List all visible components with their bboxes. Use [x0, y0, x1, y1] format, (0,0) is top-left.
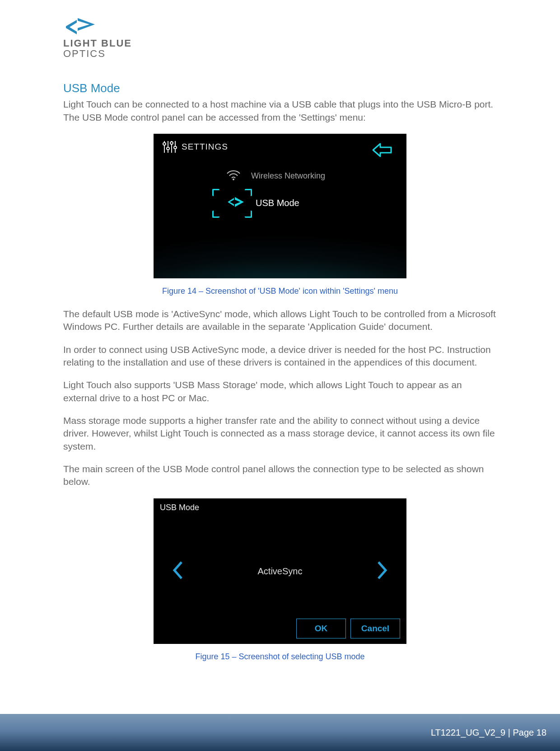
body-paragraph: Light Touch also supports 'USB Mass Stor… — [63, 379, 497, 404]
play-icon — [226, 194, 246, 212]
body-paragraph: The default USB mode is 'ActiveSync' mod… — [63, 308, 497, 333]
svg-rect-7 — [174, 146, 177, 149]
menu-item-usb-mode[interactable]: USB Mode — [226, 194, 299, 212]
cancel-button[interactable]: Cancel — [350, 619, 400, 638]
svg-point-8 — [233, 178, 234, 180]
menu-item-wireless[interactable]: Wireless Networking — [226, 169, 325, 183]
section-heading: USB Mode — [63, 81, 497, 95]
body-paragraph: The main screen of the USB Mode control … — [63, 463, 497, 488]
selected-mode-label: ActiveSync — [258, 566, 303, 576]
screenshot-settings-menu: SETTINGS Wi — [154, 134, 406, 278]
body-paragraph: In order to connect using USB ActiveSync… — [63, 343, 497, 369]
panel-title: USB Mode — [160, 503, 199, 512]
figure-caption: Figure 15 – Screenshot of selecting USB … — [63, 652, 497, 662]
back-arrow-icon[interactable] — [371, 141, 395, 161]
logo-mark-icon — [63, 14, 497, 35]
settings-title: SETTINGS — [182, 142, 228, 152]
figure-caption: Figure 14 – Screenshot of 'USB Mode' ico… — [63, 286, 497, 296]
svg-rect-4 — [163, 143, 166, 145]
menu-item-label: Wireless Networking — [251, 171, 325, 181]
menu-item-label: USB Mode — [256, 198, 299, 208]
company-logo: LIGHT BLUE OPTICS — [63, 14, 497, 59]
page-footer: LT1221_UG_V2_9 | Page 18 — [0, 714, 560, 751]
footer-text: LT1221_UG_V2_9 | Page 18 — [431, 728, 546, 738]
svg-rect-5 — [167, 147, 169, 150]
chevron-right-icon[interactable] — [376, 559, 389, 583]
ok-button[interactable]: OK — [296, 619, 346, 638]
sliders-icon — [162, 140, 177, 154]
chevron-left-icon[interactable] — [171, 559, 184, 583]
screenshot-usb-mode-selector: USB Mode ActiveSync OK Cancel — [154, 498, 406, 644]
body-paragraph: Light Touch can be connected to a host m… — [63, 98, 497, 124]
svg-rect-6 — [170, 142, 173, 144]
wifi-icon — [226, 169, 241, 183]
logo-text: LIGHT BLUE OPTICS — [63, 38, 497, 59]
body-paragraph: Mass storage mode supports a higher tran… — [63, 414, 497, 453]
